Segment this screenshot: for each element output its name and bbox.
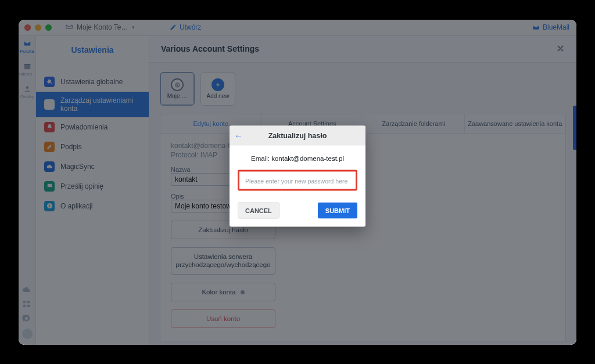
submit-button[interactable]: SUBMIT	[318, 202, 357, 218]
back-arrow-icon[interactable]: ←	[234, 131, 243, 140]
update-password-modal: ← Zaktualizuj hasło Email: kontakt@domen…	[230, 125, 365, 226]
password-input[interactable]	[244, 176, 351, 185]
modal-title: Zaktualizuj hasło	[268, 131, 327, 139]
modal-email-line: Email: kontakt@domena-test.pl	[238, 154, 357, 161]
cancel-button[interactable]: CANCEL	[238, 202, 279, 218]
app-window: Moje Konto Te… ▾ Utwórz BlueMail Poczta …	[19, 20, 576, 345]
modal-header: ← Zaktualizuj hasło	[230, 125, 365, 145]
password-highlight	[238, 170, 357, 190]
